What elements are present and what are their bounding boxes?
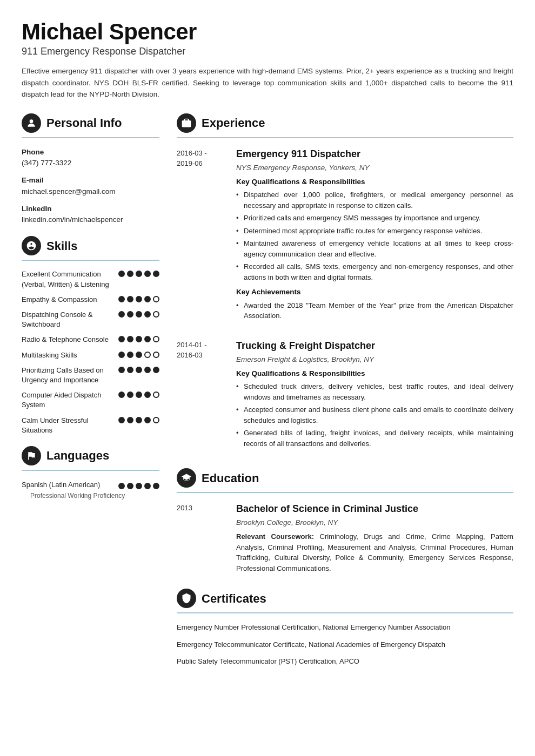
skills-section: Skills Excellent Communication (Verbal, … xyxy=(22,236,159,435)
skills-title: Skills xyxy=(46,237,77,255)
main-layout: Personal Info Phone (347) 777-3322 E-mai… xyxy=(22,113,513,682)
language-proficiency: Professional Working Proficiency xyxy=(30,491,159,501)
skill-dot xyxy=(136,392,142,398)
exp-qual-item: Accepted consumer and business client ph… xyxy=(236,404,513,426)
edu-year: 2013 xyxy=(177,502,225,573)
exp-qual-item: Determined most appropriate traffic rout… xyxy=(236,226,513,237)
languages-title: Languages xyxy=(46,447,109,464)
education-header: Education xyxy=(177,468,513,488)
skills-list: Excellent Communication (Verbal, Written… xyxy=(22,269,159,435)
skill-name: Calm Under Stressful Situations xyxy=(22,416,114,435)
header-summary: Effective emergency 911 dispatcher with … xyxy=(22,65,513,100)
skill-dot xyxy=(144,367,151,373)
skill-dots xyxy=(118,311,159,318)
skill-dot xyxy=(144,336,151,342)
exp-qual-item: Prioritized calls and emergency SMS mess… xyxy=(236,213,513,224)
experience-icon xyxy=(177,113,196,133)
header-title: 911 Emergency Response Dispatcher xyxy=(22,44,513,59)
skill-name: Empathy & Compassion xyxy=(22,295,114,305)
language-dot xyxy=(118,483,125,489)
exp-dates: 2014-01 - 2016-03 xyxy=(177,339,225,454)
skill-dot xyxy=(118,392,125,398)
experience-title: Experience xyxy=(202,114,265,132)
languages-icon xyxy=(22,446,41,465)
skill-dot xyxy=(153,367,159,373)
exp-qual-item: Dispatched over 1,000 police, firefighte… xyxy=(236,190,513,211)
edu-school: Brooklyn College, Brooklyn, NY xyxy=(236,517,513,528)
skill-item: Calm Under Stressful Situations xyxy=(22,416,159,435)
skill-item: Excellent Communication (Verbal, Written… xyxy=(22,269,159,289)
skill-dots xyxy=(118,296,159,302)
skill-dot xyxy=(153,296,159,302)
skill-dot xyxy=(136,367,142,373)
exp-qual-item: Recorded all calls, SMS texts, emergency… xyxy=(236,261,513,282)
certificates-list: Emergency Number Professional Certificat… xyxy=(177,622,513,667)
certificate-item: Public Safety Telecommunicator (PST) Cer… xyxy=(177,656,513,667)
language-dot xyxy=(136,483,142,489)
education-item: 2013Bachelor of Science in Criminal Just… xyxy=(177,502,513,573)
skill-dot xyxy=(136,417,142,423)
exp-ach-list: Awarded the 2018 "Team Member of the Yea… xyxy=(236,300,513,321)
experience-divider xyxy=(177,137,513,138)
skill-dot xyxy=(127,296,133,302)
email-value: michael.spencer@gmail.com xyxy=(22,186,159,197)
language-dots xyxy=(118,483,159,489)
personal-info-icon xyxy=(22,113,41,133)
skill-name: Dispatching Console & Switchboard xyxy=(22,310,114,329)
personal-info-header: Personal Info xyxy=(22,113,159,133)
education-list: 2013Bachelor of Science in Criminal Just… xyxy=(177,502,513,573)
language-dot xyxy=(153,483,159,489)
certificates-section: Certificates Emergency Number Profession… xyxy=(177,589,513,667)
skill-dot xyxy=(144,311,151,318)
left-column: Personal Info Phone (347) 777-3322 E-mai… xyxy=(22,113,159,682)
education-divider xyxy=(177,492,513,493)
skills-divider xyxy=(22,260,159,261)
linkedin-value: linkedin.com/in/michaelspencer xyxy=(22,214,159,225)
skill-dot xyxy=(118,311,125,318)
personal-info-divider xyxy=(22,137,159,138)
skill-dot xyxy=(118,367,125,373)
language-dot xyxy=(144,483,151,489)
skill-dots xyxy=(118,417,159,423)
skill-name: Computer Aided Dispatch System xyxy=(22,390,114,410)
exp-qual-header: Key Qualifications & Responsibilities xyxy=(236,368,513,379)
skill-dots xyxy=(118,271,159,277)
skill-dot xyxy=(153,336,159,342)
exp-qual-item: Scheduled truck drivers, delivery vehicl… xyxy=(236,381,513,402)
skill-dot xyxy=(144,392,151,398)
edu-content: Bachelor of Science in Criminal JusticeB… xyxy=(236,502,513,573)
skill-dot xyxy=(136,296,142,302)
skill-dot xyxy=(153,311,159,318)
exp-qual-header: Key Qualifications & Responsibilities xyxy=(236,177,513,187)
skill-dots xyxy=(118,352,159,358)
linkedin-item: LinkedIn linkedin.com/in/michaelspencer xyxy=(22,204,159,226)
certificates-header: Certificates xyxy=(177,589,513,608)
experience-section: Experience 2016-03 - 2019-06Emergency 91… xyxy=(177,113,513,453)
phone-value: (347) 777-3322 xyxy=(22,158,159,168)
education-title: Education xyxy=(202,469,259,487)
email-label: E-mail xyxy=(22,175,159,186)
skill-name: Radio & Telephone Console xyxy=(22,335,114,345)
svg-point-0 xyxy=(30,119,34,123)
skills-header: Skills xyxy=(22,236,159,255)
certificate-item: Emergency Number Professional Certificat… xyxy=(177,622,513,633)
email-item: E-mail michael.spencer@gmail.com xyxy=(22,175,159,197)
skill-dot xyxy=(127,271,133,277)
exp-company: Emerson Freight & Logistics, Brooklyn, N… xyxy=(236,354,513,365)
experience-list: 2016-03 - 2019-06Emergency 911 Dispatche… xyxy=(177,147,513,453)
languages-divider xyxy=(22,470,159,471)
skill-dot xyxy=(136,271,142,277)
languages-section: Languages Spanish (Latin American)Profes… xyxy=(22,446,159,501)
education-section: Education 2013Bachelor of Science in Cri… xyxy=(177,468,513,573)
skill-item: Computer Aided Dispatch System xyxy=(22,390,159,410)
skill-dot xyxy=(127,417,133,423)
languages-header: Languages xyxy=(22,446,159,465)
skill-dot xyxy=(127,311,133,318)
exp-ach-header: Key Achievements xyxy=(236,287,513,298)
exp-qual-list: Scheduled truck drivers, delivery vehicl… xyxy=(236,381,513,449)
exp-ach-item: Awarded the 2018 "Team Member of the Yea… xyxy=(236,300,513,321)
exp-content: Emergency 911 DispatcherNYS Emergency Re… xyxy=(236,147,513,326)
header-name: Michael Spencer 911 Emergency Response D… xyxy=(22,19,513,100)
skill-item: Prioritizing Calls Based on Urgency and … xyxy=(22,366,159,385)
exp-title: Emergency 911 Dispatcher xyxy=(236,147,513,161)
